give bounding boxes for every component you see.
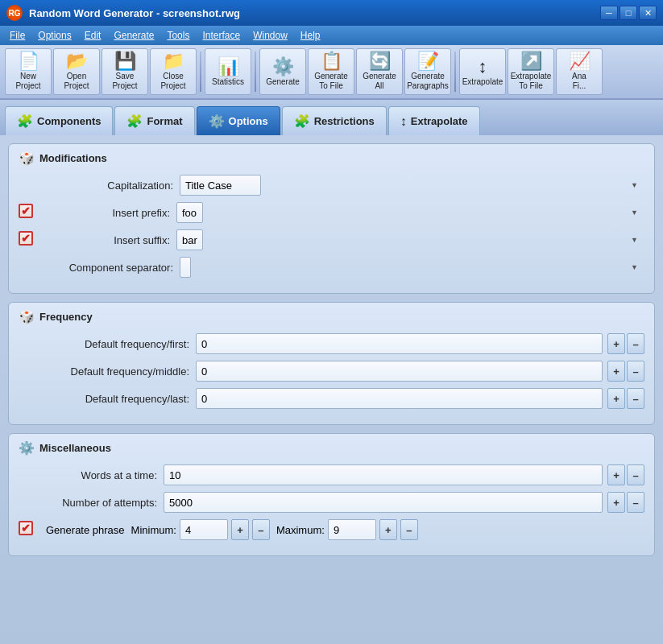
number-of-attempts-input[interactable] <box>164 492 603 513</box>
frequency-middle-input[interactable] <box>196 361 603 382</box>
tab-bar: 🧩 Components 🧩 Format ⚙️ Options 🧩 Restr… <box>0 100 663 135</box>
generate-to-file-button[interactable]: 📋 GenerateTo File <box>308 48 354 95</box>
generate-paragraphs-button[interactable]: 📝 GenerateParagraphs <box>404 48 451 95</box>
capitalization-select[interactable]: Title Case UPPERCASE lowercase Sentence … <box>180 175 261 196</box>
miscellaneous-title: ⚙️ Miscellaneous <box>19 440 644 456</box>
maximum-input[interactable] <box>328 519 376 540</box>
insert-suffix-checkbox[interactable]: ✔ <box>19 231 33 246</box>
open-project-button[interactable]: 📂 OpenProject <box>53 48 100 95</box>
close-button[interactable]: ✕ <box>639 6 657 20</box>
insert-suffix-checkbox-wrap[interactable]: ✔ <box>19 231 36 249</box>
generate-button[interactable]: ⚙️ Generate <box>259 48 306 95</box>
insert-suffix-row: ✔ Insert suffix: bar <box>19 229 644 251</box>
menu-help[interactable]: Help <box>294 28 327 43</box>
generate-all-button[interactable]: 🔄 GenerateAll <box>356 48 403 95</box>
title-bar-text: Random Word Generator - screenshot.rwg <box>29 7 594 19</box>
generate-phrase-checkbox[interactable]: ✔ <box>19 521 33 535</box>
tab-format-icon: 🧩 <box>126 114 143 129</box>
tab-options[interactable]: ⚙️ Options <box>197 106 280 135</box>
checkmark-prefix: ✔ <box>21 204 31 217</box>
modifications-title: 🎲 Modifications <box>19 151 644 166</box>
insert-suffix-label: Insert suffix: <box>39 234 176 246</box>
menu-window[interactable]: Window <box>247 28 294 43</box>
tab-restrictions[interactable]: 🧩 Restrictions <box>282 106 387 135</box>
insert-prefix-select[interactable]: foo <box>176 202 203 223</box>
close-project-button[interactable]: 📁 CloseProject <box>150 48 197 95</box>
frequency-last-input[interactable] <box>196 388 603 409</box>
insert-prefix-select-wrapper: foo <box>176 202 644 223</box>
minimum-plus[interactable]: + <box>231 519 249 540</box>
menu-options[interactable]: Options <box>31 28 77 43</box>
insert-suffix-select[interactable]: bar <box>176 229 203 250</box>
component-separator-row: Component separator: <box>19 256 644 279</box>
maximum-minus[interactable]: – <box>400 519 418 540</box>
tab-components[interactable]: 🧩 Components <box>5 106 113 135</box>
tab-restrictions-label: Restrictions <box>314 115 375 127</box>
component-separator-select[interactable] <box>180 257 191 278</box>
words-at-a-time-plus[interactable]: + <box>607 464 625 485</box>
frequency-middle-row: Default frequency/middle: + – <box>19 360 644 382</box>
save-project-button[interactable]: 💾 SaveProject <box>102 48 148 95</box>
checkmark-phrase: ✔ <box>21 522 31 535</box>
menu-bar: File Options Edit Generate Tools Interfa… <box>0 26 663 45</box>
minimize-button[interactable]: ─ <box>600 6 618 20</box>
tab-extrapolate[interactable]: ↕️ Extrapolate <box>388 106 480 135</box>
tab-format-label: Format <box>147 115 182 127</box>
miscellaneous-panel: ⚙️ Miscellaneous Words at a time: + – Nu… <box>8 433 655 556</box>
menu-tools[interactable]: Tools <box>160 28 196 43</box>
number-of-attempts-minus[interactable]: – <box>627 492 644 513</box>
words-at-a-time-row: Words at a time: + – <box>19 464 644 486</box>
checkmark-suffix: ✔ <box>21 232 31 245</box>
main-content: 🎲 Modifications Capitalization: Title Ca… <box>0 135 663 644</box>
extrapolate-label: Extrapolate <box>462 77 503 86</box>
tab-format[interactable]: 🧩 Format <box>114 106 194 135</box>
minimum-minus[interactable]: – <box>252 519 270 540</box>
frequency-middle-plus[interactable]: + <box>607 361 625 382</box>
generate-paragraphs-label: GenerateParagraphs <box>407 72 449 91</box>
new-project-label: NewProject <box>15 72 40 91</box>
minimum-input[interactable] <box>180 519 228 540</box>
generate-to-file-icon: 📋 <box>321 52 342 70</box>
menu-edit[interactable]: Edit <box>78 28 108 43</box>
title-bar: RG Random Word Generator - screenshot.rw… <box>0 0 663 26</box>
maximum-plus[interactable]: + <box>379 519 397 540</box>
extrapolate-button[interactable]: ↕️ Extrapolate <box>459 48 506 95</box>
menu-file[interactable]: File <box>3 28 31 43</box>
frequency-first-input[interactable] <box>196 333 603 354</box>
frequency-middle-minus[interactable]: – <box>627 361 644 382</box>
menu-interface[interactable]: Interface <box>196 28 247 43</box>
tab-components-icon: 🧩 <box>17 114 33 129</box>
number-of-attempts-plus[interactable]: + <box>607 492 625 513</box>
words-at-a-time-minus[interactable]: – <box>627 464 644 485</box>
number-of-attempts-row: Number of attempts: + – <box>19 491 644 514</box>
generate-phrase-checkbox-wrap[interactable]: ✔ <box>19 521 36 539</box>
insert-prefix-row: ✔ Insert prefix: foo <box>19 201 644 224</box>
open-project-icon: 📂 <box>66 52 88 70</box>
insert-prefix-label: Insert prefix: <box>39 207 176 219</box>
generate-phrase-row: ✔ Generate phrase Minimum: + – Maximum: … <box>19 518 644 541</box>
frequency-first-plus[interactable]: + <box>607 333 625 354</box>
tab-restrictions-icon: 🧩 <box>294 114 310 129</box>
open-project-label: OpenProject <box>64 72 89 91</box>
extrapolate-icon: ↕️ <box>479 58 487 76</box>
menu-generate[interactable]: Generate <box>107 28 160 43</box>
insert-prefix-checkbox-wrap[interactable]: ✔ <box>19 204 36 221</box>
frequency-last-btns: + – <box>607 388 644 409</box>
minimum-segment: Minimum: + – <box>131 519 270 540</box>
insert-prefix-checkbox[interactable]: ✔ <box>19 204 33 218</box>
frequency-first-minus[interactable]: – <box>627 333 644 354</box>
extrapolate-to-file-label: ExtrapolateTo File <box>511 72 552 91</box>
save-project-icon: 💾 <box>114 52 136 70</box>
maximize-button[interactable]: □ <box>619 6 637 20</box>
tab-extrapolate-icon: ↕️ <box>400 114 407 129</box>
extrapolate-to-file-button[interactable]: ↗️ ExtrapolateTo File <box>508 48 554 95</box>
words-at-a-time-input[interactable] <box>164 464 603 485</box>
ana-fi-button[interactable]: 📈 AnaFi... <box>556 48 603 95</box>
generate-all-label: GenerateAll <box>363 72 396 91</box>
frequency-last-minus[interactable]: – <box>627 388 644 409</box>
statistics-button[interactable]: 📊 Statistics <box>205 48 251 95</box>
generate-to-file-label: GenerateTo File <box>314 72 348 91</box>
frequency-last-plus[interactable]: + <box>607 388 625 409</box>
new-project-button[interactable]: 📄 NewProject <box>5 48 52 95</box>
number-of-attempts-label: Number of attempts: <box>19 497 164 509</box>
